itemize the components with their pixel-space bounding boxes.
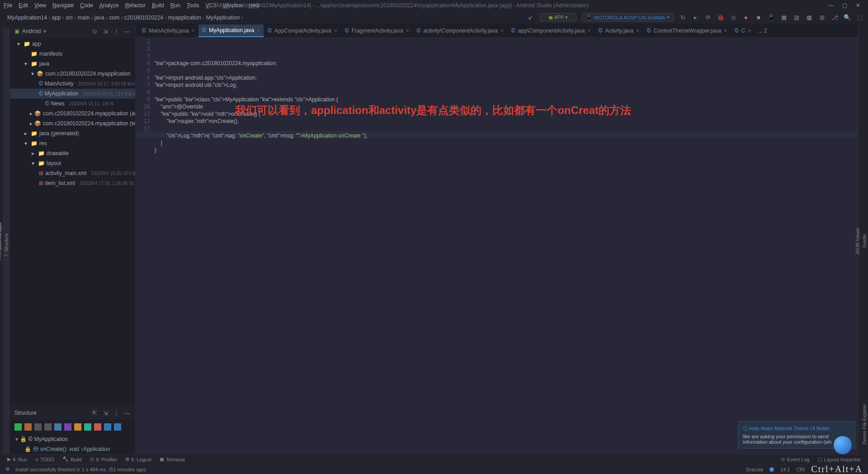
tree-item[interactable]: ▸📁 drawable — [10, 148, 135, 158]
tree-item[interactable]: ▸📦 com.c201801020224.myapplication (test… — [10, 118, 135, 128]
tool-window-tab[interactable]: ⊙9: Profiler — [90, 456, 117, 462]
editor-body[interactable]: 1234567891011121314 "kw">package com.c20… — [136, 37, 858, 454]
assistant-bubble[interactable] — [833, 435, 853, 455]
theme-label[interactable]: Dracula — [746, 467, 763, 472]
project-view-header[interactable]: ▣ Android ▾ ⊙ ⇲ ⋮ — — [10, 24, 135, 38]
extra-icon[interactable] — [114, 423, 121, 431]
strip-build-variants[interactable]: Build Variants — [0, 213, 3, 260]
tool-window-tab[interactable]: ▶4: Run — [7, 456, 27, 462]
attach-icon[interactable]: ● — [742, 14, 750, 21]
inherited-icon[interactable] — [34, 423, 42, 431]
refresh-icon[interactable]: ↻ — [679, 14, 686, 21]
tree-item[interactable]: ▾📁 app — [10, 39, 135, 49]
menu-run[interactable]: Run — [170, 2, 180, 9]
apply-changes-icon[interactable]: ⟳ — [704, 14, 712, 21]
expand-icon[interactable]: ⇱ — [91, 409, 98, 417]
menu-code[interactable]: Code — [80, 2, 93, 9]
tree-item[interactable]: ▾📁 layout — [10, 158, 135, 168]
fields-icon[interactable] — [24, 423, 32, 431]
project-tree[interactable]: ▾📁 app📁 manifests▾📁 java▾📦 com.c20180102… — [10, 38, 135, 406]
close-icon[interactable]: × — [636, 28, 639, 34]
properties-icon[interactable] — [64, 423, 71, 431]
public-icon[interactable] — [74, 423, 81, 431]
run-config-select[interactable]: ▣ APP ▾ — [540, 13, 576, 22]
strip-device-explorer[interactable]: Device File Explorer — [861, 401, 868, 447]
run-icon[interactable]: ▸ — [692, 14, 699, 21]
collapse-icon[interactable]: ⇲ — [102, 409, 109, 417]
settings-icon[interactable]: ⋮ — [113, 28, 120, 35]
close-icon[interactable]: × — [588, 28, 591, 34]
editor-tab[interactable]: ©MyApplication.java× — [198, 24, 264, 37]
editor-tab[interactable]: ©app\ComponentActivity.java× — [508, 24, 595, 37]
menu-refactor[interactable]: Refactor — [125, 2, 146, 9]
code-area[interactable]: "kw">package com.c201801020224.myapplica… — [155, 37, 858, 454]
tool-window-tab[interactable]: ▢Layout Inspector — [818, 456, 861, 462]
close-icon[interactable]: ✕ — [855, 2, 861, 9]
sort-icon[interactable] — [14, 423, 22, 431]
strip-gradle[interactable]: Gradle — [861, 28, 868, 454]
close-icon[interactable]: × — [257, 27, 260, 33]
close-icon[interactable]: × — [334, 28, 337, 34]
tabs-overflow[interactable]: ... 2 — [755, 28, 770, 34]
device-select[interactable]: 📱 MOTOROLA AOSP ON SHAMA ▾ — [582, 13, 674, 22]
tool-window-tab[interactable]: ≡TODO — [35, 456, 54, 462]
menu-tools[interactable]: Tools — [187, 2, 199, 9]
editor-tab[interactable]: ©ContextThemeWrapper.java× — [643, 24, 731, 37]
package-icon[interactable] — [94, 423, 101, 431]
git-icon[interactable]: ⎇ — [831, 14, 838, 21]
structure-method[interactable]: 🔒 ⓜ onCreate(): void ↑Application — [10, 444, 135, 454]
breadcrumb-item[interactable]: main — [78, 14, 90, 21]
close-icon[interactable]: × — [500, 28, 504, 34]
target-icon[interactable]: ⊙ — [91, 28, 98, 35]
caret-position[interactable]: 14:1 — [780, 467, 790, 472]
close-icon[interactable]: × — [748, 28, 751, 34]
strip-structure[interactable]: 7: Structure — [3, 231, 10, 260]
menu-file[interactable]: File — [4, 2, 12, 9]
tree-item[interactable]: ⊞ item_list.xml2020/8/4 17:35, 1.08 kB 5… — [10, 178, 135, 188]
anonymous-icon[interactable] — [44, 423, 52, 431]
tree-item[interactable]: ▸📁 java (generated) — [10, 128, 135, 138]
tool-window-tab[interactable]: ▣Terminal — [160, 456, 185, 462]
breadcrumb-item[interactable]: c201801020224 — [124, 14, 163, 21]
sync-icon[interactable]: ↙ — [527, 14, 534, 21]
breadcrumb-item[interactable]: com — [109, 14, 119, 21]
resource-manager-icon[interactable]: ▦ — [806, 14, 813, 21]
layout-inspector-icon[interactable]: ▥ — [793, 14, 800, 21]
tree-item[interactable]: ⊞ activity_main.xml2020/8/4 16:25, 973 B… — [10, 168, 135, 178]
settings-icon[interactable]: ⬚ — [856, 14, 863, 21]
tree-item[interactable]: ▾📁 res — [10, 138, 135, 148]
tool-window-tab[interactable]: 🔨Build — [62, 456, 81, 462]
gear-icon[interactable]: ⚙ — [5, 466, 10, 472]
menu-analyze[interactable]: Analyze — [99, 2, 119, 9]
menu-vcs[interactable]: VCS — [206, 2, 217, 9]
editor-tab[interactable]: ©C× — [731, 24, 755, 37]
breadcrumb-item[interactable]: MyApplication14 — [7, 14, 47, 21]
close-icon[interactable]: × — [406, 28, 409, 34]
menu-build[interactable]: Build — [152, 2, 164, 9]
hide-icon[interactable]: — — [123, 28, 131, 35]
close-icon[interactable]: × — [724, 28, 727, 34]
tree-item[interactable]: 📁 manifests — [10, 49, 135, 59]
avd-icon[interactable]: 📱 — [768, 14, 775, 21]
close-icon[interactable]: × — [191, 28, 194, 34]
maximize-icon[interactable]: ▢ — [842, 2, 847, 9]
search-icon[interactable]: 🔍 — [844, 14, 851, 21]
tree-item[interactable]: © MyApplication2020/8/4 18:31, 211 B A m… — [10, 89, 135, 99]
private-icon[interactable] — [104, 423, 111, 431]
protected-icon[interactable] — [84, 423, 91, 431]
menu-edit[interactable]: Edit — [19, 2, 28, 9]
minimize-icon[interactable]: — — [828, 2, 834, 9]
breadcrumb-item[interactable]: MyApplication — [206, 14, 240, 21]
profile-icon[interactable]: ⊙ — [730, 14, 737, 21]
tool-window-tab[interactable]: ≣6: Logcat — [125, 456, 151, 462]
breadcrumb-item[interactable]: src — [66, 14, 73, 21]
debug-icon[interactable]: 🐞 — [717, 14, 724, 21]
editor-tab[interactable]: ©MainActivity.java× — [138, 24, 198, 37]
encoding[interactable]: CRI — [796, 467, 805, 472]
menu-view[interactable]: View — [34, 2, 46, 9]
breadcrumb-item[interactable]: myapplication — [168, 14, 201, 21]
lambda-icon[interactable] — [54, 423, 61, 431]
hide-icon[interactable]: — — [123, 409, 131, 417]
editor-tab[interactable]: ©Activity.java× — [595, 24, 643, 37]
menu-navigate[interactable]: Navigate — [52, 2, 74, 9]
